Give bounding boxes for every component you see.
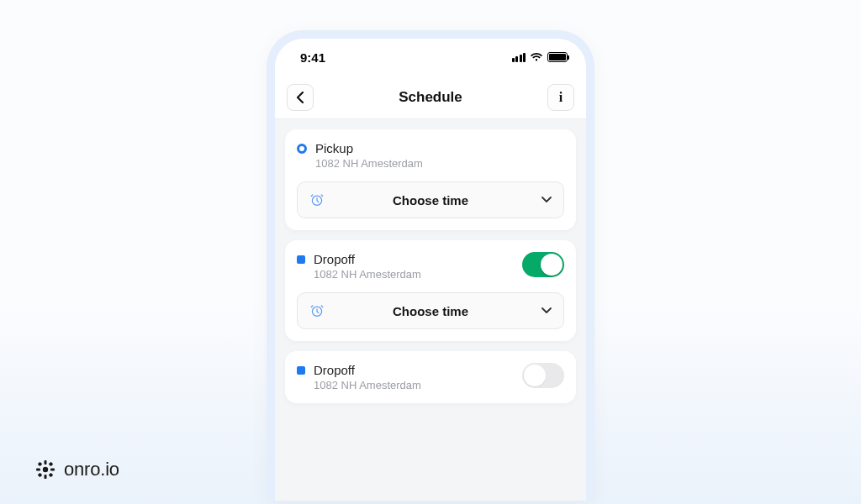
chevron-left-icon: [296, 92, 304, 103]
dropoff-square-icon: [297, 255, 305, 264]
wifi-icon: [530, 52, 543, 62]
choose-time-button[interactable]: Choose time: [297, 181, 564, 218]
svg-point-10: [43, 467, 48, 472]
brand-text: onro.io: [64, 459, 119, 480]
stop-title: Dropoff: [314, 363, 421, 377]
back-button[interactable]: [287, 84, 314, 111]
svg-rect-9: [49, 473, 54, 478]
battery-icon: [547, 52, 568, 62]
content: Pickup 1082 NH Amesterdam Choose time: [275, 119, 586, 413]
info-button[interactable]: i: [547, 84, 574, 111]
stop-title: Dropoff: [314, 252, 421, 266]
svg-rect-2: [45, 460, 47, 465]
globe-icon: [35, 459, 55, 480]
nav-bar: Schedule i: [275, 76, 586, 119]
toggle-knob: [524, 365, 546, 386]
dropoff-toggle[interactable]: [522, 363, 564, 388]
status-icons: [512, 52, 568, 62]
dropoff-toggle[interactable]: [522, 252, 564, 277]
choose-time-label: Choose time: [298, 304, 563, 318]
stop-address: 1082 NH Amesterdam: [315, 157, 423, 170]
brand: onro.io: [35, 459, 119, 480]
svg-rect-3: [45, 475, 47, 479]
page-title: Schedule: [399, 89, 462, 106]
stop-card-dropoff: Dropoff 1082 NH Amesterdam: [285, 351, 576, 403]
svg-rect-6: [38, 462, 43, 467]
stop-address: 1082 NH Amesterdam: [314, 268, 421, 281]
toggle-knob: [541, 254, 563, 276]
svg-rect-7: [49, 462, 54, 467]
phone-frame: 9:41 Schedule i: [267, 30, 594, 501]
stop-title: Pickup: [315, 141, 423, 155]
stop-address: 1082 NH Amesterdam: [314, 379, 421, 391]
status-bar: 9:41: [275, 39, 586, 76]
status-time: 9:41: [300, 50, 325, 65]
svg-rect-4: [36, 469, 40, 471]
dropoff-square-icon: [297, 366, 305, 375]
svg-rect-8: [38, 473, 43, 478]
stop-card-dropoff: Dropoff 1082 NH Amesterdam Choose time: [285, 240, 576, 341]
pickup-dot-icon: [297, 144, 307, 154]
signal-icon: [512, 53, 526, 62]
stop-card-pickup: Pickup 1082 NH Amesterdam Choose time: [285, 129, 576, 230]
choose-time-button[interactable]: Choose time: [297, 292, 564, 329]
choose-time-label: Choose time: [298, 193, 563, 207]
svg-rect-5: [50, 469, 55, 471]
